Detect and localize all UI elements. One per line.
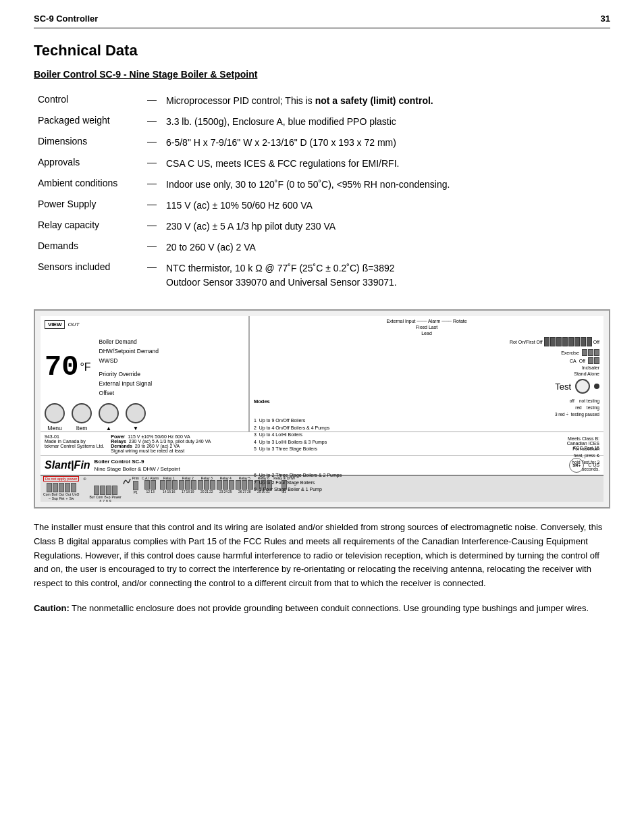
body-paragraph: The installer must ensure that this cont… — [34, 521, 610, 591]
do-not-apply-power: Do not apply power — [43, 476, 79, 481]
mode-6: 6 Up to 2 Three Stage Boilers & 2 Pumps — [254, 472, 599, 479]
spec-label-ambient: Ambient conditions — [34, 174, 142, 195]
exercise-sw-3[interactable] — [594, 349, 599, 356]
dip-8[interactable] — [587, 337, 592, 346]
controller-diagram: VIEW OUT 70 °F Boiler Demand DHW/Setpoin… — [34, 309, 610, 509]
brand-model-name: Boiler Control SC-9 — [95, 458, 180, 465]
ca-term-2 — [151, 480, 156, 490]
spec-dash-demands: — — [142, 237, 162, 258]
view-label: VIEW — [45, 320, 65, 329]
spec-row-relay: Relay capacity — 230 V (ac) ± 5 A 1/3 hp… — [34, 216, 610, 237]
menu-button[interactable] — [45, 403, 65, 423]
section-title: Technical Data — [34, 42, 610, 59]
dip-4[interactable] — [562, 337, 568, 346]
exercise-row: Exercise — [254, 349, 599, 356]
spec-row-control: Control — Microprocessor PID control; Th… — [34, 90, 610, 111]
test-button[interactable] — [575, 379, 590, 394]
spec-label-control: Control — [34, 90, 142, 111]
modes-section: Modes off not testingred testing3 red ÷ … — [254, 398, 599, 494]
power-spec: Power 115 V ±10% 50/60 Hz 600 VA — [111, 434, 211, 439]
term-8 — [106, 486, 111, 495]
modes-title: Modes — [254, 398, 270, 417]
inclsaler-label: Inclsaler — [254, 365, 599, 370]
spec-row-weight: Packaged weight — 3.3 lb. (1500g), Enclo… — [34, 111, 610, 132]
spec-value-control: Microprocessor PID control; This is not … — [162, 90, 610, 111]
mode-2: 2 Up to 4 On/Off Boilers & 4 Pumps — [254, 425, 599, 432]
ca-label: CA — [570, 359, 576, 363]
prim-label: Prim — [132, 476, 139, 480]
stand-alone-label: Stand Alone — [254, 371, 599, 376]
dip-6[interactable] — [574, 337, 580, 346]
term-labels-2: –SupRet+Sw — [49, 496, 74, 500]
spec-row-dimensions: Dimensions — 6-5/8" H x 7-9/16" W x 2-13… — [34, 132, 610, 153]
spec-label-relay: Relay capacity — [34, 216, 142, 237]
dip-7[interactable] — [581, 337, 586, 346]
subsection-title: Boiler Control SC-9 - Nine Stage Boiler … — [34, 69, 610, 80]
down-button[interactable] — [126, 403, 146, 423]
spec-value-ambient: Indoor use only, 30 to 120˚F (0 to 50˚C)… — [162, 174, 610, 195]
term-4 — [65, 483, 70, 492]
term-2 — [53, 483, 58, 492]
up-arrow-label: ▲ — [106, 425, 111, 432]
spec-label-power: Power Supply — [34, 195, 142, 216]
dip-2[interactable] — [550, 337, 556, 346]
diagram-right-panel: External Input ─── Alarm ─── Rotate Fixe… — [250, 316, 603, 432]
up-button[interactable] — [99, 403, 119, 423]
term-7 — [100, 486, 105, 495]
spec-value-dimensions: 6-5/8" H x 7-9/16" W x 2-13/16" D (170 x… — [162, 132, 610, 153]
off-label: Off — [593, 340, 599, 344]
model-number: 943-01 Made in Canada by tekmar Control … — [45, 434, 104, 453]
brand-desc: Nine Stage Boiler & DHW / Setpoint — [95, 465, 180, 473]
mode-5: 5 Up to 3 Three Stage Boilers — [254, 446, 317, 472]
external-input-label: External Input ─── Alarm ─── Rotate — [254, 319, 599, 323]
dip-1[interactable] — [544, 337, 549, 346]
off-label2: Off — [579, 359, 585, 363]
spec-label-dimensions: Dimensions — [34, 132, 142, 153]
spec-dash-weight: — — [142, 111, 162, 132]
ca-sw-1[interactable] — [588, 357, 593, 364]
brand-logo: Slant|Fin — [45, 459, 90, 471]
spec-label-approvals: Approvals — [34, 153, 142, 174]
temp-row: 70 °F Boiler Demand DHW/Setpoint Demand … — [45, 337, 244, 398]
header-left: SC-9 Controller — [34, 14, 98, 24]
exercise-sw-1[interactable] — [582, 349, 587, 356]
spec-value-relay: 230 V (ac) ± 5 A 1/3 hp pilot duty 230 V… — [162, 216, 610, 237]
spec-row-approvals: Approvals — CSA C US, meets ICES & FCC r… — [34, 153, 610, 174]
brand-description: Boiler Control SC-9 Nine Stage Boiler & … — [95, 458, 180, 473]
relay-group-1: Relay 1 141516 — [160, 476, 178, 494]
term-1 — [47, 483, 52, 492]
spec-dash-dimensions: — — [142, 132, 162, 153]
menu-label: Menu — [47, 425, 61, 432]
mode-7: 7 Up to 2 Four Stage Boilers — [254, 479, 599, 487]
test-label: Test — [555, 382, 571, 392]
temp-unit: °F — [80, 361, 90, 373]
signal-note: Signal wiring must be rated at least — [111, 448, 211, 453]
spec-dash-approvals: — — [142, 153, 162, 174]
not-testing-info: off not testingred testing3 red ÷ testin… — [555, 398, 599, 417]
spec-value-sensors: NTC thermistor, 10 k Ω @ 77˚F (25˚C ± 0.… — [162, 258, 610, 293]
spec-dash-control: — — [142, 90, 162, 111]
spec-label-sensors: Sensors included — [34, 258, 142, 293]
demand-list: Boiler Demand DHW/Setpoint Demand WWSD P… — [99, 337, 159, 398]
demand-wwsd: WWSD — [99, 356, 159, 365]
demand-priority: Priority Override — [99, 369, 159, 379]
ca-sw-2[interactable] — [594, 357, 599, 364]
spec-dash-ambient: — — [142, 174, 162, 195]
demand-boiler: Boiler Demand — [99, 337, 159, 346]
item-button[interactable] — [72, 403, 92, 423]
mode-3: 3 Up to 4 Lo/Hi Boilers — [254, 432, 599, 439]
term-9 — [112, 486, 117, 495]
spec-row-sensors: Sensors included — NTC thermistor, 10 k … — [34, 258, 610, 293]
top-bar: SC-9 Controller 31 — [34, 14, 610, 28]
dip-3[interactable] — [556, 337, 562, 346]
model-info: 943-01 Made in Canada by tekmar Control … — [45, 434, 211, 453]
relay-group-2: Relay 2 171819 — [179, 476, 196, 494]
dip-5[interactable] — [568, 337, 574, 346]
exercise-label: Exercise — [561, 350, 579, 355]
exercise-sw-2[interactable] — [588, 349, 593, 356]
spec-row-power: Power Supply — 115 V (ac) ± 10% 50/60 Hz… — [34, 195, 610, 216]
spec-value-weight: 3.3 lb. (1500g), Enclosure A, blue modif… — [162, 111, 610, 132]
spec-info: Power 115 V ±10% 50/60 Hz 600 VA Relays … — [111, 434, 211, 453]
caution-paragraph: Caution: The nonmetallic enclosure does … — [34, 602, 610, 616]
spec-dash-sensors: — — [142, 258, 162, 293]
